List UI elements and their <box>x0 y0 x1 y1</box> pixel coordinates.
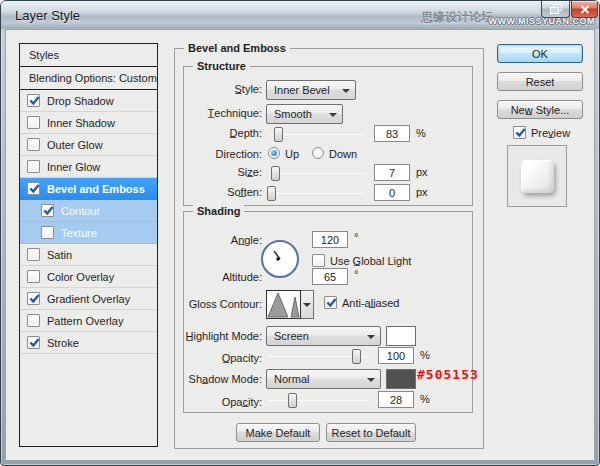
styles-sidebar: Styles Blending Options: Custom Drop Sha… <box>19 43 158 447</box>
angle-pointer-icon <box>263 242 297 276</box>
sidebar-item-stroke[interactable]: Stroke <box>20 332 157 354</box>
checkbox[interactable] <box>27 336 40 349</box>
reset-to-default-button[interactable]: Reset to Default <box>326 423 416 442</box>
sidebar-item-texture[interactable]: Texture <box>20 222 157 244</box>
angle-input[interactable] <box>312 231 348 248</box>
technique-dropdown[interactable]: Smooth <box>266 104 343 124</box>
direction-down-label: Down <box>329 148 357 160</box>
shadow-color-hex-annotation: #505153 <box>417 367 479 382</box>
depth-slider[interactable] <box>270 126 366 142</box>
checkbox[interactable] <box>27 314 40 327</box>
checkbox[interactable] <box>27 248 40 261</box>
shadow-color-swatch[interactable] <box>386 369 416 389</box>
slider-track <box>270 134 366 135</box>
depth-input[interactable] <box>374 125 410 142</box>
style-value: Inner Bevel <box>274 84 330 96</box>
use-global-light-checkbox[interactable] <box>312 254 325 267</box>
sidebar-item-drop-shadow[interactable]: Drop Shadow <box>20 90 157 112</box>
gloss-contour-thumbnail[interactable] <box>266 290 301 319</box>
layer-style-dialog: Layer Style 思缘设计论坛 WWW.MISSYUAN.COM Styl… <box>0 0 600 466</box>
titlebar[interactable]: Layer Style 思缘设计论坛 WWW.MISSYUAN.COM <box>1 1 599 29</box>
sidebar-item-satin[interactable]: Satin <box>20 244 157 266</box>
altitude-input[interactable] <box>312 268 348 285</box>
restore-button[interactable] <box>541 1 570 18</box>
sidebar-item-contour[interactable]: Contour <box>20 200 157 222</box>
checkbox[interactable] <box>27 160 40 173</box>
highlight-color-swatch[interactable] <box>386 326 416 346</box>
soften-input[interactable] <box>374 184 410 201</box>
soften-unit: px <box>416 186 428 198</box>
slider-handle[interactable] <box>274 127 283 142</box>
checkbox[interactable] <box>27 270 40 283</box>
sidebar-item-inner-glow[interactable]: Inner Glow <box>20 156 157 178</box>
highlight-opacity-unit: % <box>420 349 430 361</box>
sidebar-item-gradient-overlay[interactable]: Gradient Overlay <box>20 288 157 310</box>
soften-slider[interactable] <box>270 185 366 201</box>
restore-icon <box>550 4 562 14</box>
direction-label: Direction: <box>164 148 262 160</box>
checkbox[interactable] <box>27 138 40 151</box>
check-icon <box>28 182 41 195</box>
structure-box: Structure S̲tyle: Inner Bevel T̲echnique… <box>183 66 473 206</box>
bevel-preview-square <box>521 160 554 193</box>
slider-handle[interactable] <box>288 393 297 408</box>
size-label: Siz̲e: <box>164 166 262 178</box>
sidebar-item-bevel-and-emboss[interactable]: Bevel and Emboss <box>20 178 157 200</box>
checkbox[interactable] <box>27 182 40 195</box>
ok-button[interactable]: OK <box>497 44 583 63</box>
shadow-opacity-input[interactable] <box>378 391 414 408</box>
new-style-button[interactable]: New̲ Style... <box>497 100 583 119</box>
highlight-mode-value: Screen <box>274 330 309 342</box>
shadow-opacity-slider[interactable] <box>268 392 368 408</box>
technique-label: T̲echnique: <box>164 107 262 119</box>
sidebar-item-label: Inner Glow <box>47 161 100 173</box>
sidebar-item-label: Bevel and Emboss <box>47 183 145 195</box>
close-button[interactable] <box>571 1 598 18</box>
size-input[interactable] <box>374 164 410 181</box>
sidebar-item-color-overlay[interactable]: Color Overlay <box>20 266 157 288</box>
sidebar-item-pattern-overlay[interactable]: Pattern Overlay <box>20 310 157 332</box>
bevel-and-emboss-box: Bevel and Emboss Structure S̲tyle: Inner… <box>174 48 484 449</box>
depth-unit: % <box>416 127 426 139</box>
checkbox[interactable] <box>27 116 40 129</box>
gloss-contour-dropdown-button[interactable] <box>301 290 314 319</box>
reset-button[interactable]: Reset <box>497 72 583 91</box>
preview-label: Prev̲iew <box>531 127 570 139</box>
sidebar-item-label: Texture <box>61 227 97 239</box>
style-preview-thumbnail <box>507 145 567 207</box>
checkbox[interactable] <box>41 204 54 217</box>
direction-up-radio[interactable] <box>268 147 280 159</box>
sidebar-item-label: Gradient Overlay <box>47 293 130 305</box>
highlight-mode-dropdown[interactable]: Screen <box>266 326 381 346</box>
styles-header: Styles <box>20 44 157 67</box>
slider-handle[interactable] <box>352 349 361 364</box>
style-dropdown[interactable]: Inner Bevel <box>266 80 356 100</box>
slider-track <box>270 193 366 194</box>
shadow-opacity-label: Opac̲ity: <box>164 396 262 408</box>
sidebar-item-label: Satin <box>47 249 72 261</box>
preview-checkbox[interactable] <box>513 126 526 139</box>
gloss-contour-label: Gloss Contour: <box>164 298 262 310</box>
size-slider[interactable] <box>270 165 366 181</box>
sidebar-item-label: Outer Glow <box>47 139 103 151</box>
sidebar-item-label: Drop Shadow <box>47 95 114 107</box>
shadow-mode-dropdown[interactable]: Normal <box>266 369 381 389</box>
depth-label: D̲epth: <box>164 127 262 139</box>
sidebar-item-inner-shadow[interactable]: Inner Shadow <box>20 112 157 134</box>
direction-down-radio[interactable] <box>312 147 324 159</box>
anti-aliased-checkbox[interactable] <box>324 296 337 309</box>
sidebar-item-blending-options[interactable]: Blending Options: Custom <box>20 67 157 90</box>
anti-aliased-label: Anti-al̲iased <box>342 297 399 309</box>
make-default-button[interactable]: Make Default <box>236 423 320 442</box>
highlight-opacity-slider[interactable] <box>268 348 368 364</box>
angle-dial[interactable] <box>261 240 299 278</box>
check-icon <box>28 336 41 349</box>
checkbox[interactable] <box>41 226 54 239</box>
dialog-body: Styles Blending Options: Custom Drop Sha… <box>5 29 595 461</box>
slider-handle[interactable] <box>267 186 276 201</box>
slider-handle[interactable] <box>271 166 280 181</box>
sidebar-item-outer-glow[interactable]: Outer Glow <box>20 134 157 156</box>
highlight-opacity-input[interactable] <box>378 347 414 364</box>
checkbox[interactable] <box>27 292 40 305</box>
checkbox[interactable] <box>27 94 40 107</box>
